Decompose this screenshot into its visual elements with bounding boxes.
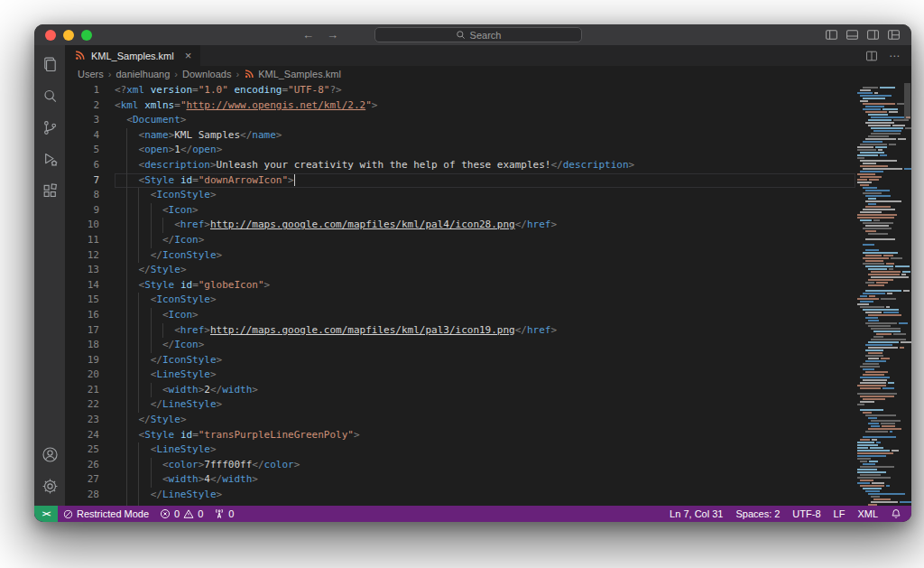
navigate-back-button[interactable]: ← [302,28,314,42]
line-number[interactable]: 11 [65,233,115,248]
line-number[interactable]: 17 [65,323,115,339]
code-line[interactable]: 27 <width>4</width> [65,472,855,488]
code-line[interactable]: 21 <width>2</width> [65,383,855,398]
minimize-window-button[interactable] [63,30,74,41]
code-line-content[interactable]: </Style> [115,263,855,278]
code-line[interactable]: 25 <LineStyle> [65,442,855,458]
code-line[interactable]: 1<?xml version="1.0" encoding="UTF-8"?> [65,83,855,98]
breadcrumb-item[interactable]: Downloads [182,69,231,79]
line-number[interactable]: 2 [65,98,115,114]
code-line-content[interactable]: <href>http://maps.google.com/mapfiles/km… [115,323,855,339]
notifications-button[interactable] [884,506,911,522]
line-number[interactable]: 18 [65,338,115,353]
code-line[interactable]: 14 <Style id="globeIcon"> [65,278,855,293]
code-line-content[interactable]: </Style> [115,413,855,428]
code-line[interactable]: 15 <IconStyle> [65,293,855,308]
code-line-content[interactable]: </LineStyle> [115,397,855,413]
titlebar[interactable]: ← → Search [34,24,911,45]
sidebar-item-source-control[interactable] [34,112,65,144]
remote-indicator[interactable]: >< [34,506,58,522]
line-number[interactable]: 8 [65,188,115,203]
line-number[interactable]: 4 [65,128,115,144]
line-number[interactable]: 9 [65,203,115,219]
code-line[interactable]: 8 <IconStyle> [65,188,855,203]
line-number[interactable]: 25 [65,442,115,458]
code-line[interactable]: 13 </Style> [65,263,855,278]
customize-layout-icon[interactable] [887,28,901,42]
code-line-content[interactable]: <href>http://maps.google.com/mapfiles/km… [115,218,855,233]
line-number[interactable]: 24 [65,428,115,443]
toggle-panel-icon[interactable] [845,28,859,42]
code-lines[interactable]: 1<?xml version="1.0" encoding="UTF-8"?>2… [65,81,855,506]
code-line[interactable]: 2<kml xmlns="http://www.opengis.net/kml/… [65,98,855,114]
code-line[interactable]: 9 <Icon> [65,203,855,219]
code-line-content[interactable]: <?xml version="1.0" encoding="UTF-8"?> [115,83,855,98]
line-number[interactable]: 27 [65,472,115,488]
sidebar-item-extensions[interactable] [34,175,65,207]
encoding[interactable]: UTF-8 [786,506,827,522]
code-line[interactable]: 7 <Style id="downArrowIcon"> [65,173,855,189]
breadcrumb-item[interactable]: danielhuang [116,69,170,79]
manage-button[interactable] [34,470,65,502]
line-number[interactable]: 13 [65,263,115,278]
split-editor-icon[interactable] [865,50,878,62]
code-line-content[interactable]: <LineStyle> [115,442,855,458]
toggle-primary-sidebar-icon[interactable] [825,28,838,42]
code-line-content[interactable]: <Icon> [115,203,855,219]
code-line[interactable]: 18 </Icon> [65,338,855,353]
ports-indicator[interactable]: 0 [208,506,239,522]
line-number[interactable]: 5 [65,143,115,158]
code-line-content[interactable]: <PolyStyle> [115,503,855,506]
code-line[interactable]: 17 <href>http://maps.google.com/mapfiles… [65,323,855,339]
line-number[interactable]: 28 [65,488,115,503]
problems-indicator[interactable]: 0 0 [154,506,208,522]
zoom-window-button[interactable] [81,30,92,41]
code-line[interactable]: 23 </Style> [65,413,855,428]
code-line-content[interactable]: <kml xmlns="http://www.opengis.net/kml/2… [115,98,855,114]
cursor-position[interactable]: Ln 7, Col 31 [663,506,729,522]
breadcrumb-item[interactable]: KML_Samples.kml [244,69,341,79]
line-number[interactable]: 16 [65,308,115,323]
code-line-content[interactable]: <Icon> [115,308,855,323]
code-line[interactable]: 6 <description>Unleash your creativity w… [65,158,855,173]
sidebar-item-run-debug[interactable] [34,144,65,175]
toggle-secondary-sidebar-icon[interactable] [866,28,880,42]
restricted-mode-badge[interactable]: Restricted Mode [58,506,154,522]
line-number[interactable]: 29 [65,503,115,506]
line-number[interactable]: 15 [65,293,115,308]
code-line-content[interactable]: <name>KML Samples</name> [115,128,855,144]
line-number[interactable]: 21 [65,383,115,398]
code-line-content[interactable]: <Style id="globeIcon"> [115,278,855,293]
navigate-forward-button[interactable]: → [327,28,338,42]
breadcrumb-item[interactable]: Users [78,69,104,79]
code-line-content[interactable]: </LineStyle> [115,488,855,503]
line-number[interactable]: 3 [65,113,115,128]
line-number[interactable]: 6 [65,158,115,173]
line-number[interactable]: 19 [65,353,115,368]
line-number[interactable]: 10 [65,218,115,233]
code-line[interactable]: 29 <PolyStyle> [65,503,855,506]
editor-scrollbar[interactable] [904,83,910,119]
code-line[interactable]: 12 </IconStyle> [65,248,855,264]
code-line[interactable]: 26 <color>7fff00ff</color> [65,458,855,473]
sidebar-item-explorer[interactable] [34,49,65,80]
code-line[interactable]: 10 <href>http://maps.google.com/mapfiles… [65,218,855,233]
code-line[interactable]: 4 <name>KML Samples</name> [65,128,855,144]
line-number[interactable]: 14 [65,278,115,293]
line-number[interactable]: 22 [65,397,115,413]
code-line[interactable]: 24 <Style id="transPurpleLineGreenPoly"> [65,428,855,443]
code-line-content[interactable]: </Icon> [115,338,855,353]
code-line-content[interactable]: </IconStyle> [115,353,855,368]
code-line[interactable]: 11 </Icon> [65,233,855,248]
line-number[interactable]: 26 [65,458,115,473]
code-line-content[interactable]: <description>Unleash your creativity wit… [115,158,855,173]
accounts-button[interactable] [34,439,65,470]
close-tab-icon[interactable]: × [185,50,192,61]
code-line[interactable]: 5 <open>1</open> [65,143,855,158]
close-window-button[interactable] [45,30,56,41]
indentation[interactable]: Spaces: 2 [729,506,786,522]
code-line-content[interactable]: <Style id="transPurpleLineGreenPoly"> [115,428,855,443]
code-line-content[interactable]: <IconStyle> [115,188,855,203]
line-number[interactable]: 12 [65,248,115,264]
code-line-content[interactable]: <LineStyle> [115,368,855,383]
